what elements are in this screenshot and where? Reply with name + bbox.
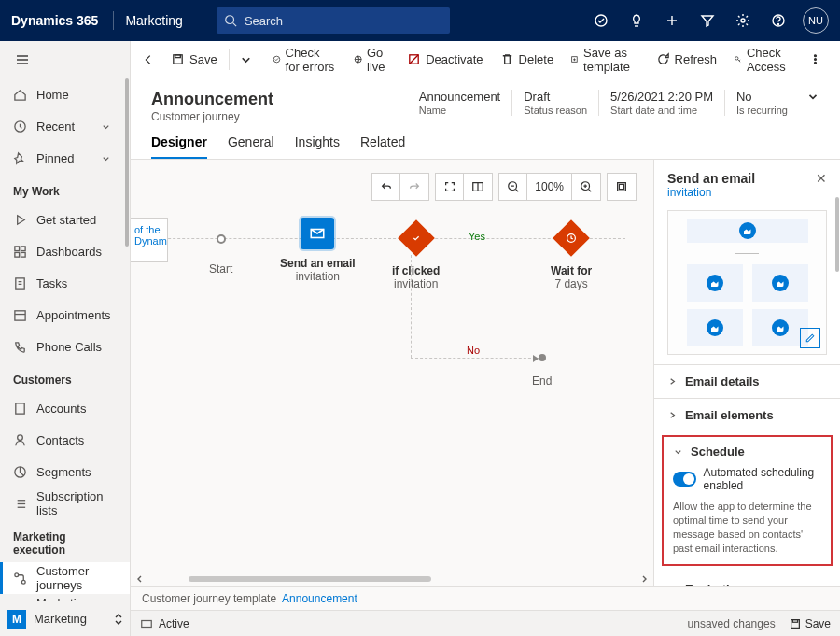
node-title: Send an email	[280, 257, 356, 270]
start-node[interactable]: Start	[209, 218, 232, 276]
nav-phone-calls[interactable]: Phone Calls	[0, 331, 130, 362]
assistant-icon[interactable]	[586, 6, 616, 35]
tab-related[interactable]: Related	[360, 134, 405, 159]
area-switcher[interactable]: M Marketing	[0, 601, 130, 636]
condition-tile[interactable]: if clicked invitation	[392, 218, 440, 290]
global-search[interactable]: Search	[217, 7, 450, 34]
audience-tile-fragment[interactable]: of theDynam	[131, 218, 168, 262]
check-errors-button[interactable]: Check for errors	[265, 46, 344, 74]
play-icon	[13, 213, 27, 227]
back-button[interactable]	[140, 47, 156, 73]
refresh-button[interactable]: Refresh	[649, 46, 725, 74]
minimap-button[interactable]	[464, 174, 492, 200]
filter-icon[interactable]	[693, 6, 722, 35]
panel-title: Send an email	[667, 171, 755, 186]
check-access-button[interactable]: Check Access	[726, 46, 799, 74]
image-icon	[772, 319, 789, 336]
nav-customer-journeys[interactable]: Customer journeys	[0, 562, 130, 594]
auto-schedule-toggle[interactable]	[673, 472, 696, 487]
save-icon	[171, 52, 185, 66]
header-field-status[interactable]: DraftStatus reason	[511, 90, 598, 116]
email-tile[interactable]: Send an email invitation	[280, 218, 356, 283]
help-icon[interactable]	[763, 6, 793, 35]
add-icon[interactable]	[657, 6, 687, 35]
canvas-h-scrollbar[interactable]	[131, 572, 653, 586]
status-active[interactable]: Active	[159, 617, 189, 630]
nav-label: Pinned	[36, 151, 74, 165]
panel-scrollbar[interactable]	[834, 197, 840, 586]
nav-label: Subscription lists	[36, 489, 120, 517]
more-button[interactable]	[801, 46, 834, 74]
yes-branch-label: Yes	[469, 231, 485, 242]
panel-close-button[interactable]: ✕	[816, 171, 827, 186]
sidebar-scrollbar[interactable]	[124, 78, 130, 601]
delete-button[interactable]: Delete	[493, 46, 562, 74]
breadcrumb-bar: Customer journey template Announcement	[131, 586, 840, 610]
zoom-in-button[interactable]	[572, 174, 600, 200]
nav-recent[interactable]: Recent	[0, 110, 130, 142]
schedule-header[interactable]: Schedule	[673, 445, 821, 459]
tab-designer[interactable]: Designer	[151, 134, 207, 159]
nav-home[interactable]: Home	[0, 78, 130, 110]
svg-point-6	[741, 19, 745, 22]
hamburger-button[interactable]	[0, 41, 130, 78]
designer-canvas[interactable]: 100% of theDynam Start Send an email inv…	[131, 160, 653, 586]
nav-contacts[interactable]: Contacts	[0, 424, 130, 456]
nav-tasks[interactable]: Tasks	[0, 267, 130, 299]
nav-segments[interactable]: Segments	[0, 456, 130, 488]
nav-accounts[interactable]: Accounts	[0, 392, 130, 424]
nav-dashboards[interactable]: Dashboards	[0, 235, 130, 267]
image-icon	[739, 222, 756, 239]
end-node[interactable]: End	[532, 337, 552, 388]
lightbulb-icon[interactable]	[622, 6, 651, 35]
tab-general[interactable]: General	[228, 134, 274, 159]
nav-get-started[interactable]: Get started	[0, 204, 130, 235]
save-template-button[interactable]: Save as template	[563, 46, 646, 74]
field-label: Start date and time	[610, 105, 713, 116]
section-schedule: Schedule Automated scheduling enabled Al…	[662, 435, 833, 566]
cmd-label: Delete	[519, 52, 554, 66]
brand[interactable]: Dynamics 365	[11, 13, 98, 28]
email-preview[interactable]: ─────	[667, 210, 827, 355]
section-email-elements[interactable]: Email elements	[654, 398, 840, 431]
nav-subscription-lists[interactable]: Subscription lists	[0, 488, 130, 519]
edit-preview-button[interactable]	[800, 328, 820, 348]
redo-button[interactable]	[400, 174, 428, 200]
wait-tile[interactable]: Wait for 7 days	[551, 218, 592, 290]
header-field-start[interactable]: 5/26/2021 2:20 PMStart date and time	[598, 90, 724, 116]
image-icon	[707, 319, 723, 336]
nav-divider	[113, 11, 114, 30]
section-email-details[interactable]: Email details	[654, 364, 840, 398]
clock-icon	[13, 120, 27, 134]
save-button[interactable]: Save	[163, 46, 225, 74]
svg-rect-18	[15, 310, 25, 319]
svg-line-50	[515, 190, 518, 192]
user-avatar[interactable]: NU	[803, 7, 829, 34]
preview-cell	[687, 264, 743, 302]
fullscreen-button[interactable]	[608, 174, 636, 200]
zoom-out-button[interactable]	[499, 174, 527, 200]
header-field-recurring[interactable]: NoIs recurring	[724, 90, 799, 116]
settings-icon[interactable]	[728, 6, 758, 35]
fit-button[interactable]	[436, 174, 464, 200]
section-expiration[interactable]: Expiration	[654, 572, 840, 586]
header-field-name[interactable]: AnnouncementName	[408, 90, 511, 116]
header-expand-button[interactable]	[806, 90, 819, 106]
footer-save-button[interactable]: Save	[789, 617, 831, 630]
panel-subtitle[interactable]: invitation	[667, 186, 755, 199]
go-live-button[interactable]: Go live	[346, 46, 399, 74]
deactivate-button[interactable]: Deactivate	[399, 46, 490, 74]
node-title: Wait for	[551, 264, 592, 277]
nav-pinned[interactable]: Pinned	[0, 142, 130, 174]
nav-appointments[interactable]: Appointments	[0, 299, 130, 331]
tab-insights[interactable]: Insights	[295, 134, 340, 159]
breadcrumb-link[interactable]: Announcement	[282, 592, 357, 605]
flow-connector	[411, 358, 545, 359]
preview-cell	[752, 264, 808, 302]
group-customers: Customers	[0, 362, 130, 392]
zoom-level[interactable]: 100%	[527, 174, 572, 200]
svg-point-2	[595, 15, 607, 26]
save-dropdown[interactable]	[233, 46, 263, 74]
app-name[interactable]: Marketing	[125, 13, 182, 28]
undo-button[interactable]	[372, 174, 400, 200]
